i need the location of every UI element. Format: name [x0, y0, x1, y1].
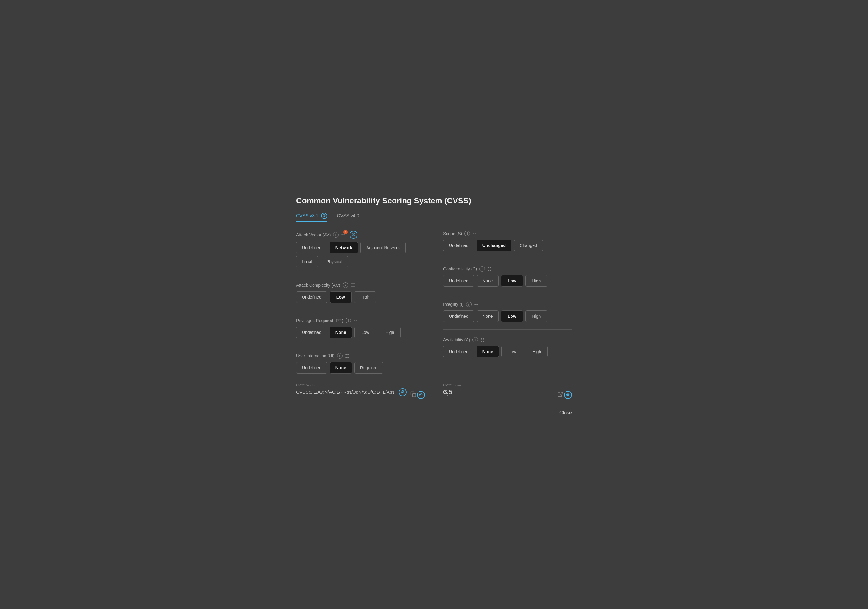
step-3-badge: ③: [398, 388, 406, 396]
av-local[interactable]: Local: [296, 256, 318, 267]
divider-i: [443, 329, 572, 330]
tab-cvss31-badge: ①: [321, 213, 327, 219]
pr-low[interactable]: Low: [354, 327, 377, 338]
s-undefined[interactable]: Undefined: [443, 240, 474, 251]
ac-high[interactable]: High: [354, 291, 376, 303]
availability-options: Undefined None Low High: [443, 346, 572, 357]
c-high[interactable]: High: [525, 275, 547, 287]
scope-label: Scope (S): [443, 231, 462, 236]
vector-label: CVSS Vector: [296, 383, 425, 387]
user-interaction-options: Undefined None Required: [296, 362, 425, 373]
metric-scope: Scope (S) i ☷ Undefined Unchanged Change…: [443, 231, 572, 251]
metric-privileges-required: Privileges Required (PR) i ☷ Undefined N…: [296, 318, 425, 338]
step-4-badge: ④: [417, 391, 425, 399]
attack-vector-filter-badge: 1: [343, 230, 348, 234]
av-undefined[interactable]: Undefined: [296, 242, 327, 253]
i-undefined[interactable]: Undefined: [443, 310, 474, 322]
pr-high[interactable]: High: [379, 327, 401, 338]
svg-line-1: [560, 392, 563, 395]
vector-copy-icon[interactable]: [410, 391, 416, 399]
close-button-row: Close: [296, 410, 572, 416]
ac-undefined[interactable]: Undefined: [296, 291, 327, 303]
metric-attack-complexity: Attack Complexity (AC) i ☷ Undefined Low…: [296, 282, 425, 303]
step-2-badge: ②: [350, 231, 358, 239]
attack-complexity-info-icon[interactable]: i: [343, 282, 348, 288]
attack-vector-filter-icon[interactable]: ☷ 1: [341, 232, 345, 237]
vector-value: CVSS:3.1/AV:N/AC:L/PR:N/UI:N/S:U/C:L/I:L…: [296, 389, 394, 395]
metric-integrity: Integrity (I) i ☷ Undefined None Low Hig…: [443, 302, 572, 322]
attack-complexity-filter-icon[interactable]: ☷: [351, 282, 355, 288]
privileges-required-info-icon[interactable]: i: [346, 318, 351, 323]
c-none[interactable]: None: [477, 275, 499, 287]
user-interaction-info-icon[interactable]: i: [337, 353, 343, 359]
pr-none[interactable]: None: [330, 327, 352, 338]
availability-label: Availability (A): [443, 337, 470, 342]
integrity-filter-icon[interactable]: ☷: [474, 302, 478, 307]
confidentiality-filter-icon[interactable]: ☷: [487, 266, 491, 272]
svg-rect-0: [413, 394, 416, 397]
integrity-label: Integrity (I): [443, 302, 463, 307]
attack-vector-label: Attack Vector (AV): [296, 232, 331, 237]
metric-user-interaction: User Interaction (UI) i ☷ Undefined None…: [296, 353, 425, 373]
a-none[interactable]: None: [477, 346, 499, 357]
av-physical[interactable]: Physical: [321, 256, 348, 267]
tab-cvss31[interactable]: CVSS v3.1 ①: [296, 213, 327, 222]
divider-av: [296, 275, 425, 275]
user-interaction-filter-icon[interactable]: ☷: [345, 353, 349, 359]
scope-info-icon[interactable]: i: [465, 231, 470, 236]
pr-undefined[interactable]: Undefined: [296, 327, 327, 338]
scope-filter-icon[interactable]: ☷: [473, 231, 477, 237]
cvss-score-field: CVSS Score 6,5 ⑤: [443, 383, 572, 403]
availability-filter-icon[interactable]: ☷: [480, 337, 485, 343]
scope-options: Undefined Unchanged Changed: [443, 240, 572, 251]
divider-ac: [296, 310, 425, 310]
cvss-dialog: Common Vulnerability Scoring System (CVS…: [282, 184, 586, 425]
c-low[interactable]: Low: [501, 275, 523, 287]
dialog-title: Common Vulnerability Scoring System (CVS…: [296, 196, 572, 206]
ui-undefined[interactable]: Undefined: [296, 362, 327, 373]
score-external-link-icon[interactable]: [557, 391, 563, 399]
a-low[interactable]: Low: [501, 346, 523, 357]
i-none[interactable]: None: [477, 310, 499, 322]
integrity-options: Undefined None Low High: [443, 310, 572, 322]
tab-cvss40[interactable]: CVSS v4.0: [337, 213, 359, 222]
av-network[interactable]: Network: [330, 242, 358, 253]
c-undefined[interactable]: Undefined: [443, 275, 474, 287]
metrics-grid: Attack Vector (AV) i ☷ 1 ② Undefined Net…: [296, 231, 572, 381]
a-undefined[interactable]: Undefined: [443, 346, 474, 357]
attack-vector-options: Undefined Network Adjacent Network Local…: [296, 242, 425, 267]
score-label: CVSS Score: [443, 383, 572, 387]
divider-pr: [296, 346, 425, 346]
privileges-required-filter-icon[interactable]: ☷: [353, 318, 358, 324]
divider-s: [443, 259, 572, 259]
right-column: Scope (S) i ☷ Undefined Unchanged Change…: [443, 231, 572, 381]
ac-low[interactable]: Low: [330, 291, 352, 303]
integrity-info-icon[interactable]: i: [466, 302, 471, 307]
attack-complexity-label: Attack Complexity (AC): [296, 283, 340, 288]
availability-info-icon[interactable]: i: [473, 337, 478, 342]
confidentiality-label: Confidentiality (C): [443, 267, 477, 271]
user-interaction-label: User Interaction (UI): [296, 353, 335, 358]
step-5-badge: ⑤: [564, 391, 572, 399]
metric-attack-vector: Attack Vector (AV) i ☷ 1 ② Undefined Net…: [296, 231, 425, 267]
tabs-container: CVSS v3.1 ① CVSS v4.0: [296, 213, 572, 222]
attack-complexity-options: Undefined Low High: [296, 291, 425, 303]
confidentiality-options: Undefined None Low High: [443, 275, 572, 287]
privileges-required-options: Undefined None Low High: [296, 327, 425, 338]
av-adjacent-network[interactable]: Adjacent Network: [361, 242, 406, 253]
cvss-vector-field: CVSS Vector CVSS:3.1/AV:N/AC:L/PR:N/UI:N…: [296, 383, 425, 403]
i-low[interactable]: Low: [501, 310, 523, 322]
i-high[interactable]: High: [525, 310, 547, 322]
vector-score-row: CVSS Vector CVSS:3.1/AV:N/AC:L/PR:N/UI:N…: [296, 383, 572, 403]
metric-availability: Availability (A) i ☷ Undefined None Low …: [443, 337, 572, 357]
s-unchanged[interactable]: Unchanged: [477, 240, 512, 251]
s-changed[interactable]: Changed: [514, 240, 543, 251]
a-high[interactable]: High: [526, 346, 548, 357]
ui-required[interactable]: Required: [354, 362, 383, 373]
attack-vector-info-icon[interactable]: i: [333, 232, 338, 237]
close-button[interactable]: Close: [560, 410, 572, 416]
score-value: 6,5: [443, 388, 453, 396]
privileges-required-label: Privileges Required (PR): [296, 318, 343, 323]
ui-none[interactable]: None: [330, 362, 352, 373]
confidentiality-info-icon[interactable]: i: [479, 266, 485, 272]
